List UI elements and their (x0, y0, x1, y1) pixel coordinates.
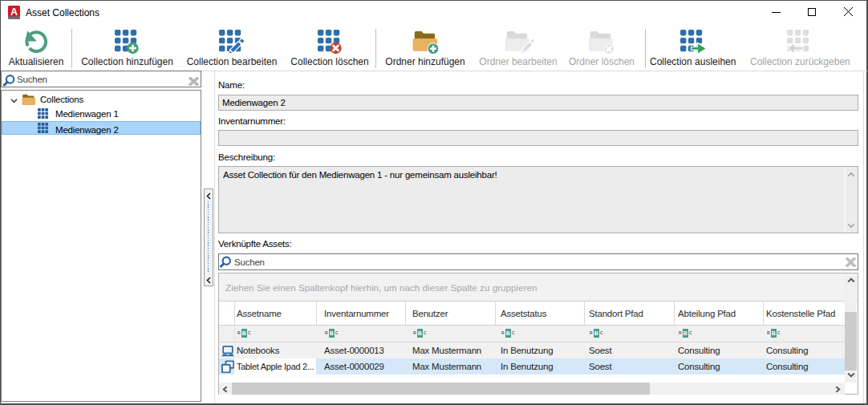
svg-text:A: A (10, 6, 18, 18)
